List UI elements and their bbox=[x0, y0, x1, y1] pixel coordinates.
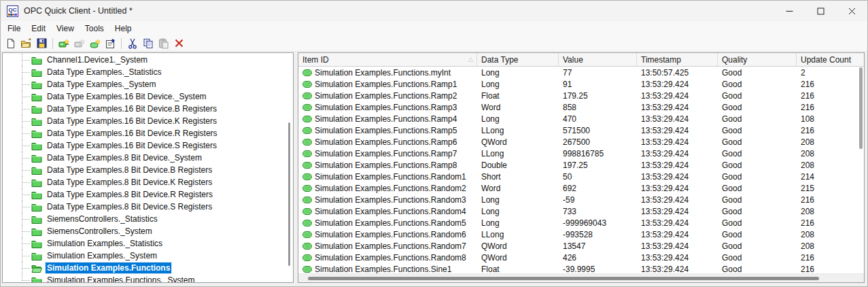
tree-item-label[interactable]: SiemensControllers._System bbox=[46, 226, 154, 237]
update-count-text: 216 bbox=[801, 218, 814, 228]
folder-icon bbox=[31, 178, 42, 187]
cell-data-type: QWord bbox=[477, 137, 559, 147]
tree-item-label[interactable]: Data Type Examples._Statistics bbox=[46, 67, 163, 78]
column-header-timestamp[interactable]: Timestamp bbox=[637, 53, 718, 66]
tree-item[interactable]: Data Type Examples._System bbox=[3, 78, 283, 90]
item-row[interactable]: Simulation Examples.Functions.Random1Sho… bbox=[298, 171, 864, 182]
tree-item[interactable]: Simulation Examples._Statistics bbox=[3, 237, 283, 250]
tree-item[interactable]: SiemensControllers._System bbox=[3, 225, 283, 237]
properties-button[interactable] bbox=[103, 36, 118, 51]
tree-item-label[interactable]: Data Type Examples.16 Bit Device.S Regis… bbox=[46, 140, 218, 151]
item-row[interactable]: Simulation Examples.Functions.Ramp1Long9… bbox=[298, 78, 864, 90]
tree-item-label[interactable]: Data Type Examples.16 Bit Device._System bbox=[46, 91, 208, 102]
column-header-label: Value bbox=[563, 55, 583, 65]
item-row[interactable]: Simulation Examples.Functions.Ramp3Word8… bbox=[298, 101, 864, 113]
tree-item[interactable]: Simulation Examples.Functions bbox=[3, 262, 283, 274]
delete-button[interactable] bbox=[171, 36, 187, 51]
maximize-button[interactable] bbox=[805, 1, 836, 21]
menu-tools[interactable]: Tools bbox=[80, 22, 109, 35]
item-row[interactable]: Simulation Examples.Functions.Random5Lon… bbox=[298, 217, 864, 229]
tree-item[interactable]: Data Type Examples.16 Bit Device.K Regis… bbox=[3, 115, 283, 127]
opc-item-icon bbox=[302, 231, 312, 238]
menu-help[interactable]: Help bbox=[109, 22, 137, 35]
tree-item-label[interactable]: Data Type Examples.8 Bit Device._System bbox=[46, 152, 203, 163]
tree-item[interactable]: Data Type Examples.16 Bit Device.S Regis… bbox=[3, 139, 283, 152]
new-server-connection-button[interactable] bbox=[56, 36, 71, 51]
save-icon bbox=[37, 38, 47, 48]
tree-item-label[interactable]: Channel1.Device1._System bbox=[46, 54, 149, 65]
timestamp-text: 13:53:29.424 bbox=[641, 149, 689, 158]
column-header-quality[interactable]: Quality bbox=[718, 53, 797, 66]
column-header-data-type[interactable]: Data Type bbox=[477, 53, 559, 66]
tree-item-label[interactable]: Data Type Examples.8 Bit Device.S Regist… bbox=[46, 201, 213, 212]
tree-item-label[interactable]: Simulation Examples.Functions._System bbox=[46, 275, 196, 282]
tree-item[interactable]: Simulation Examples.Functions._System bbox=[3, 274, 283, 282]
column-header-update-count[interactable]: Update Count bbox=[797, 53, 864, 66]
item-list-vertical-scrollbar[interactable] bbox=[859, 67, 863, 273]
minimize-button[interactable] bbox=[774, 1, 805, 21]
tree-item[interactable]: Data Type Examples.8 Bit Device.R Regist… bbox=[3, 188, 283, 201]
item-row[interactable]: Simulation Examples.Functions.Ramp6QWord… bbox=[298, 136, 864, 148]
cell-quality: Good bbox=[718, 184, 797, 193]
item-row[interactable]: Simulation Examples.Functions.Random4Lon… bbox=[298, 205, 864, 217]
tree-item[interactable]: Data Type Examples.16 Bit Device.R Regis… bbox=[3, 127, 283, 139]
tree-item[interactable]: Channel1.Device1._System bbox=[3, 54, 283, 66]
item-row[interactable]: Simulation Examples.Functions.Random6LLo… bbox=[298, 229, 864, 240]
menu-file[interactable]: File bbox=[2, 22, 26, 35]
horizontal-scrollbar-thumb[interactable] bbox=[308, 277, 819, 280]
tree-item-label[interactable]: Simulation Examples._Statistics bbox=[46, 238, 164, 249]
column-header-item-id[interactable]: Item ID△ bbox=[298, 53, 477, 66]
value-text: 50 bbox=[563, 172, 572, 182]
tree-item[interactable]: Data Type Examples.16 Bit Device.B Regis… bbox=[3, 103, 283, 115]
item-row[interactable]: Simulation Examples.Functions.Sine1Float… bbox=[298, 263, 864, 273]
new-file-button[interactable] bbox=[3, 36, 18, 51]
tree-item-label[interactable]: Data Type Examples.16 Bit Device.B Regis… bbox=[46, 103, 218, 114]
tree-item[interactable]: SiemensControllers._Statistics bbox=[3, 213, 283, 225]
item-row[interactable]: Simulation Examples.Functions.Random3Lon… bbox=[298, 194, 864, 205]
item-list-panel: Item ID△Data TypeValueTimestampQualityUp… bbox=[298, 52, 865, 283]
save-button[interactable] bbox=[34, 36, 50, 51]
tree-item-label[interactable]: Data Type Examples.16 Bit Device.R Regis… bbox=[46, 128, 219, 139]
tree-item-label[interactable]: Data Type Examples.8 Bit Device.R Regist… bbox=[46, 189, 214, 200]
item-row[interactable]: Simulation Examples.Functions.Random2Wor… bbox=[298, 182, 864, 194]
column-header-label: Item ID bbox=[302, 55, 329, 65]
tree-item-label[interactable]: Data Type Examples.8 Bit Device.K Regist… bbox=[46, 177, 213, 188]
item-row[interactable]: Simulation Examples.Functions.Ramp7LLong… bbox=[298, 148, 864, 159]
copy-button[interactable] bbox=[140, 36, 156, 51]
tree-item-label[interactable]: Data Type Examples.16 Bit Device.K Regis… bbox=[46, 116, 218, 126]
tree-item[interactable]: Simulation Examples._System bbox=[3, 250, 283, 262]
item-id-text: Simulation Examples.Functions.Sine1 bbox=[315, 265, 451, 274]
item-row[interactable]: Simulation Examples.Functions.Ramp8Doubl… bbox=[298, 159, 864, 171]
item-row[interactable]: Simulation Examples.Functions.Random8QWo… bbox=[298, 252, 864, 263]
menu-view[interactable]: View bbox=[51, 22, 80, 35]
tree-item-label[interactable]: Simulation Examples._System bbox=[46, 250, 158, 261]
tree-item[interactable]: Data Type Examples.8 Bit Device.B Regist… bbox=[3, 164, 283, 176]
cut-button[interactable] bbox=[124, 36, 140, 51]
new-item-button[interactable] bbox=[87, 36, 103, 51]
tree-item[interactable]: Data Type Examples.8 Bit Device.K Regist… bbox=[3, 176, 283, 188]
item-row[interactable]: Simulation Examples.Functions.Random7QWo… bbox=[298, 240, 864, 252]
tree-vertical-scrollbar[interactable] bbox=[288, 53, 290, 282]
open-file-button[interactable] bbox=[18, 36, 34, 51]
cell-update-count: 208 bbox=[797, 207, 864, 216]
tree-item-label-selected[interactable]: Simulation Examples.Functions bbox=[46, 263, 171, 273]
item-row[interactable]: Simulation Examples.Functions.Ramp4Long4… bbox=[298, 113, 864, 124]
close-button[interactable] bbox=[836, 1, 867, 21]
tree-item-label[interactable]: SiemensControllers._Statistics bbox=[46, 214, 159, 224]
tree-item[interactable]: Data Type Examples.16 Bit Device._System bbox=[3, 90, 283, 103]
column-header-value[interactable]: Value bbox=[559, 53, 637, 66]
tree-connector bbox=[22, 90, 31, 103]
menu-edit[interactable]: Edit bbox=[26, 22, 51, 35]
tree-item[interactable]: Data Type Examples._Statistics bbox=[3, 66, 283, 78]
item-row[interactable]: Simulation Examples.Functions.myIntLong7… bbox=[298, 67, 864, 78]
item-row[interactable]: Simulation Examples.Functions.Ramp2Float… bbox=[298, 90, 864, 101]
item-row[interactable]: Simulation Examples.Functions.Ramp5LLong… bbox=[298, 124, 864, 136]
tree-item[interactable]: Data Type Examples.8 Bit Device._System bbox=[3, 152, 283, 164]
tree-item[interactable]: Data Type Examples.8 Bit Device.S Regist… bbox=[3, 201, 283, 213]
cell-value: 571500 bbox=[559, 126, 637, 135]
tree-scrollbar-thumb[interactable] bbox=[288, 122, 290, 266]
tree-item-label[interactable]: Data Type Examples.8 Bit Device.B Regist… bbox=[46, 165, 213, 175]
item-list-horizontal-scrollbar[interactable] bbox=[298, 273, 864, 282]
tree-item-label[interactable]: Data Type Examples._System bbox=[46, 79, 158, 90]
vertical-scrollbar-thumb[interactable] bbox=[859, 67, 863, 149]
